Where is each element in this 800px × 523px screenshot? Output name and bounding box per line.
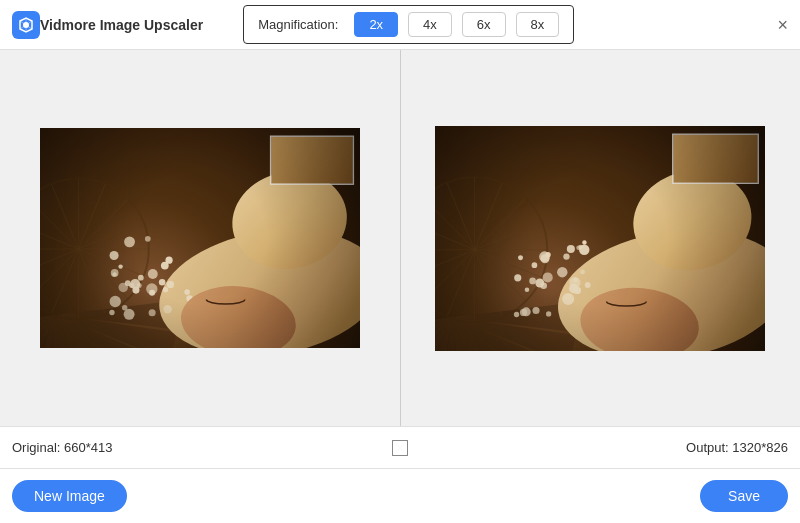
- magnification-control: Magnification: 2x 4x 6x 8x: [243, 5, 574, 44]
- bottom-bar: New Image Save: [0, 468, 800, 523]
- app-logo: [12, 11, 40, 39]
- title-bar: Vidmore Image Upscaler Magnification: 2x…: [0, 0, 800, 50]
- mag-btn-6x[interactable]: 6x: [462, 12, 506, 37]
- mag-btn-8x[interactable]: 8x: [516, 12, 560, 37]
- save-button[interactable]: Save: [700, 480, 788, 512]
- new-image-button[interactable]: New Image: [12, 480, 127, 512]
- app-title: Vidmore Image Upscaler: [40, 17, 203, 33]
- main-area: [0, 50, 800, 426]
- magnification-label: Magnification:: [258, 17, 338, 32]
- output-dimensions: Output: 1320*826: [686, 440, 788, 455]
- upscaled-panel: [401, 50, 801, 426]
- divider-icon: [392, 440, 408, 456]
- original-dimensions: Original: 660*413: [12, 440, 112, 455]
- original-panel: [0, 50, 401, 426]
- mag-btn-2x[interactable]: 2x: [354, 12, 398, 37]
- close-button[interactable]: ×: [777, 16, 788, 34]
- status-bar: Original: 660*413 Output: 1320*826: [0, 426, 800, 468]
- mag-btn-4x[interactable]: 4x: [408, 12, 452, 37]
- original-image: [40, 128, 360, 348]
- upscaled-image: [435, 126, 765, 351]
